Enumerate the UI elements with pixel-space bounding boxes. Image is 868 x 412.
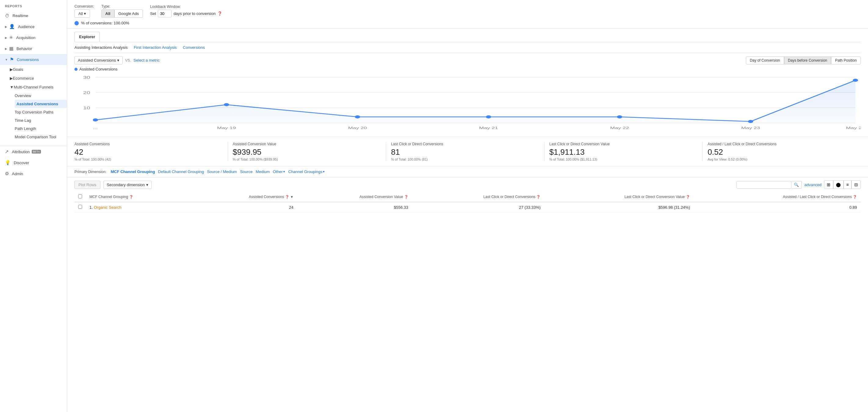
dim-source-link[interactable]: Source [240, 169, 252, 174]
stat-sub: % of Total: 100.00% (42) [74, 157, 223, 161]
row-checkbox[interactable] [78, 205, 82, 209]
sidebar-item-behavior[interactable]: ▶ ▦ Behavior [0, 43, 67, 54]
pie-chart-view-btn[interactable]: ⬤ [833, 180, 844, 189]
type-all-button[interactable]: All [101, 9, 115, 18]
row-num-channel-cell: 1. Organic Search [86, 202, 191, 213]
assisted-value-header-label: Assisted Conversion Value [360, 195, 403, 199]
ratio-header[interactable]: Assisted / Last Click or Direct Conversi… [694, 192, 861, 202]
select-metric-link[interactable]: Select a metric [133, 58, 160, 63]
sidebar-goals[interactable]: ▶ Goals [10, 65, 67, 74]
assisted-conv-header[interactable]: Assisted Conversions ❓ ▼ [191, 192, 297, 202]
assisted-value-header[interactable]: Assisted Conversion Value ❓ [297, 192, 412, 202]
last-click-value-help-icon[interactable]: ❓ [686, 195, 690, 199]
dim-other-dropdown[interactable]: Other ▾ [273, 169, 285, 174]
lookback-help-icon[interactable]: ❓ [217, 11, 222, 16]
conversions-tab[interactable]: Conversions [183, 45, 205, 50]
type-google-button[interactable]: Google Ads [115, 9, 143, 18]
sidebar-item-discover[interactable]: 💡 Discover [0, 157, 67, 168]
conversion-value: All [79, 11, 83, 16]
dimension-label: Primary Dimension: [74, 170, 106, 174]
sidebar-mcf[interactable]: ▼ Multi-Channel Funnels [10, 83, 67, 92]
dim-source-medium-link[interactable]: Source / Medium [207, 169, 237, 174]
mcf-label: Multi-Channel Funnels [14, 85, 54, 89]
svg-text:May 21: May 21 [479, 126, 498, 130]
stat-value: 81 [391, 148, 539, 157]
path-position-btn[interactable]: Path Position [831, 57, 861, 64]
search-input[interactable] [737, 181, 792, 189]
sidebar-assisted-conversions[interactable]: Assisted Conversions [14, 100, 67, 108]
day-of-conversion-btn[interactable]: Day of Conversion [746, 57, 784, 64]
dim-default-link[interactable]: Default Channel Grouping [158, 169, 204, 174]
data-table-view-btn[interactable]: ⊞ [824, 180, 833, 189]
conversions-submenu: ▶ Goals ▶ Ecommerce ▼ Multi-Channel Funn… [0, 65, 67, 141]
svg-text:May 20: May 20 [348, 126, 367, 130]
arrow-icon: ▶ [5, 47, 7, 50]
secondary-dimension-select[interactable]: Secondary dimension ▾ [103, 181, 152, 189]
attribution-icon: ↗ [5, 149, 9, 154]
realtime-icon: ⏱ [5, 13, 9, 18]
admin-label: Admin [12, 171, 23, 176]
last-click-value-label: Last Click or Direct Conversion Value [624, 195, 685, 199]
stat-assisted-conv: Assisted Conversions 42 % of Total: 100.… [74, 142, 228, 161]
sidebar-top-paths[interactable]: Top Conversion Paths [14, 108, 67, 116]
sidebar-ecommerce[interactable]: ▶ Ecommerce [10, 74, 67, 83]
sidebar-timelag[interactable]: Time Lag [14, 116, 67, 125]
timelag-label: Time Lag [14, 118, 31, 123]
assisted-conv-header-label: Assisted Conversions [249, 195, 284, 199]
assisted-conv-help-icon[interactable]: ❓ [285, 195, 289, 199]
dim-medium-link[interactable]: Medium [256, 169, 270, 174]
assisted-conv-cell: 24 [191, 202, 297, 213]
stat-last-click-conv: Last Click or Direct Conversions 81 % of… [386, 142, 545, 161]
sidebar-item-acquisition[interactable]: ▶ ✳ Acquisition [0, 32, 67, 43]
last-click-conv-help-icon[interactable]: ❓ [536, 195, 540, 199]
lookback-days-input[interactable] [158, 10, 172, 18]
beta-badge: BETA [32, 150, 41, 154]
last-click-value-header[interactable]: Last Click or Direct Conversion Value ❓ [544, 192, 693, 202]
last-click-conv-header[interactable]: Last Click or Direct Conversions ❓ [412, 192, 545, 202]
view-toggle-group: ⊞ ⬤ ≡ ⊟ [824, 180, 861, 189]
search-button[interactable]: 🔍 [792, 181, 802, 189]
metric-select-group: Assisted Conversions ▾ VS. Select a metr… [74, 56, 160, 64]
pivot-view-btn[interactable]: ⊟ [851, 180, 861, 189]
dim-other-link: Other [273, 169, 283, 174]
sidebar-item-admin[interactable]: ⚙ Admin [0, 168, 67, 179]
chart-legend-dot [74, 68, 78, 71]
lookback-label: Lookback Window: [150, 5, 222, 9]
pct-text: % of conversions: 100.00% [81, 21, 129, 25]
channel-help-icon[interactable]: ❓ [129, 195, 133, 199]
arrow-icon: ▶ [10, 76, 13, 81]
explorer-tab-btn[interactable]: Explorer [74, 32, 100, 42]
stat-sub: % of Total: 100.00% ($1,911.13) [549, 157, 698, 161]
assisted-value-help-icon[interactable]: ❓ [404, 195, 408, 199]
conversions-icon: ⚑ [10, 57, 14, 62]
stat-value: $939.95 [233, 148, 381, 157]
sidebar-item-attribution[interactable]: ↗ Attribution BETA [0, 146, 67, 157]
sidebar-item-audience[interactable]: ▶ 👤 Audience [0, 21, 67, 32]
sidebar-pathlength[interactable]: Path Length [14, 125, 67, 133]
advanced-link[interactable]: advanced [804, 183, 821, 187]
dimension-bar: Primary Dimension: MCF Channel Grouping … [67, 166, 868, 177]
performance-view-btn[interactable]: ≡ [844, 180, 851, 189]
ratio-help-icon[interactable]: ❓ [853, 195, 857, 199]
channel-value-link[interactable]: Organic Search [94, 205, 121, 210]
assisting-tab[interactable]: Assisting Interactions Analysis [74, 45, 128, 50]
sidebar-item-realtime[interactable]: ⏱ Realtime [0, 10, 67, 21]
chart-legend: Assisted Conversions [74, 67, 861, 71]
conversion-dropdown[interactable]: All ▾ [74, 9, 90, 18]
svg-text:20: 20 [83, 91, 90, 95]
main-content: Conversion: All ▾ Type: All Google Ads L… [67, 0, 868, 412]
metric-dropdown[interactable]: Assisted Conversions ▾ [74, 56, 123, 64]
sidebar-overview[interactable]: Overview [14, 92, 67, 100]
chart-dot [748, 120, 753, 123]
days-before-btn[interactable]: Days before Conversion [784, 57, 831, 64]
stat-sub: % of Total: 100.00% (81) [391, 157, 539, 161]
chart-dot [617, 115, 622, 118]
select-all-checkbox[interactable] [78, 194, 82, 198]
stat-ratio: Assisted / Last Click or Direct Conversi… [703, 142, 861, 161]
sidebar-model[interactable]: Model Comparison Tool [14, 133, 67, 141]
audience-icon: 👤 [9, 24, 15, 29]
dim-mcf-link[interactable]: MCF Channel Grouping [111, 169, 155, 174]
first-interaction-tab[interactable]: First Interaction Analysis [134, 45, 177, 50]
sidebar-item-conversions[interactable]: ▼ ⚑ Conversions [0, 54, 67, 65]
dim-channel-dropdown[interactable]: Channel Groupings ▾ [288, 169, 325, 174]
